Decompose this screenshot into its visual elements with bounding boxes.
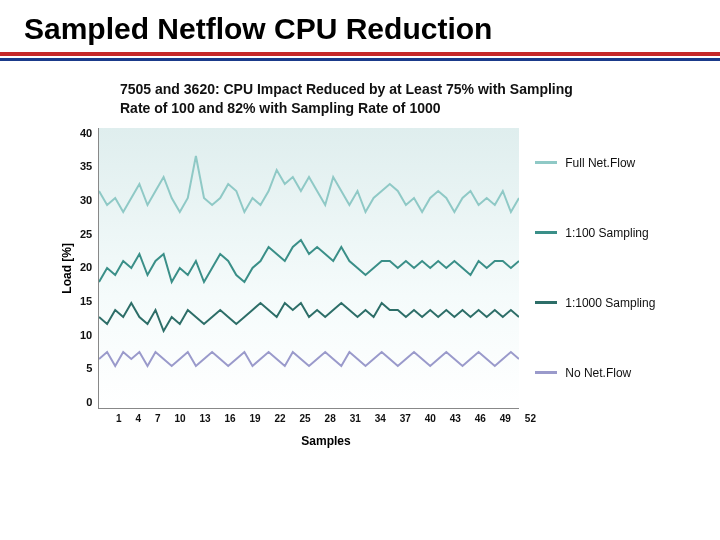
legend-item: 1:1000 Sampling <box>535 296 655 310</box>
divider-blue <box>0 58 720 61</box>
x-tick: 10 <box>174 413 185 424</box>
y-ticks: 4035302520151050 <box>80 128 98 408</box>
x-tick: 4 <box>135 413 141 424</box>
chart: 7505 and 3620: CPU Impact Reduced by at … <box>60 80 660 448</box>
legend-item: Full Net.Flow <box>535 156 655 170</box>
plot-row: Load [%] 4035302520151050 Full Net.Flow1… <box>60 128 660 409</box>
y-axis-label: Load [%] <box>60 243 74 294</box>
x-tick: 22 <box>275 413 286 424</box>
x-tick: 13 <box>199 413 210 424</box>
series-line <box>99 303 519 331</box>
slide: Sampled Netflow CPU Reduction 7505 and 3… <box>0 0 720 540</box>
x-tick: 49 <box>500 413 511 424</box>
series-line <box>99 156 519 212</box>
x-tick: 46 <box>475 413 486 424</box>
x-tick: 28 <box>325 413 336 424</box>
legend-label: 1:1000 Sampling <box>565 296 655 310</box>
legend-item: 1:100 Sampling <box>535 226 655 240</box>
series-line <box>99 352 519 366</box>
x-tick: 19 <box>250 413 261 424</box>
chart-title: 7505 and 3620: CPU Impact Reduced by at … <box>120 80 600 118</box>
x-tick: 7 <box>155 413 161 424</box>
x-tick: 1 <box>116 413 122 424</box>
x-tick: 52 <box>525 413 536 424</box>
plot-area <box>98 128 519 409</box>
y-tick: 10 <box>80 330 92 341</box>
legend-label: No Net.Flow <box>565 366 631 380</box>
y-tick: 40 <box>80 128 92 139</box>
divider-red <box>0 52 720 56</box>
legend: Full Net.Flow1:100 Sampling1:1000 Sampli… <box>535 128 655 408</box>
legend-item: No Net.Flow <box>535 366 655 380</box>
legend-label: 1:100 Sampling <box>565 226 648 240</box>
legend-swatch <box>535 231 557 234</box>
legend-label: Full Net.Flow <box>565 156 635 170</box>
y-tick: 20 <box>80 262 92 273</box>
y-tick: 15 <box>80 296 92 307</box>
series-line <box>99 240 519 282</box>
legend-swatch <box>535 161 557 164</box>
page-title: Sampled Netflow CPU Reduction <box>0 0 720 52</box>
x-axis-label: Samples <box>116 434 536 448</box>
x-tick: 25 <box>300 413 311 424</box>
legend-swatch <box>535 371 557 374</box>
y-tick: 35 <box>80 161 92 172</box>
y-tick: 5 <box>80 363 92 374</box>
x-tick: 43 <box>450 413 461 424</box>
x-tick: 40 <box>425 413 436 424</box>
y-tick: 30 <box>80 195 92 206</box>
x-tick: 31 <box>350 413 361 424</box>
legend-swatch <box>535 301 557 304</box>
x-ticks: 147101316192225283134374043464952 <box>116 413 536 424</box>
x-tick: 16 <box>224 413 235 424</box>
x-tick: 37 <box>400 413 411 424</box>
y-tick: 0 <box>80 397 92 408</box>
y-tick: 25 <box>80 229 92 240</box>
x-tick: 34 <box>375 413 386 424</box>
